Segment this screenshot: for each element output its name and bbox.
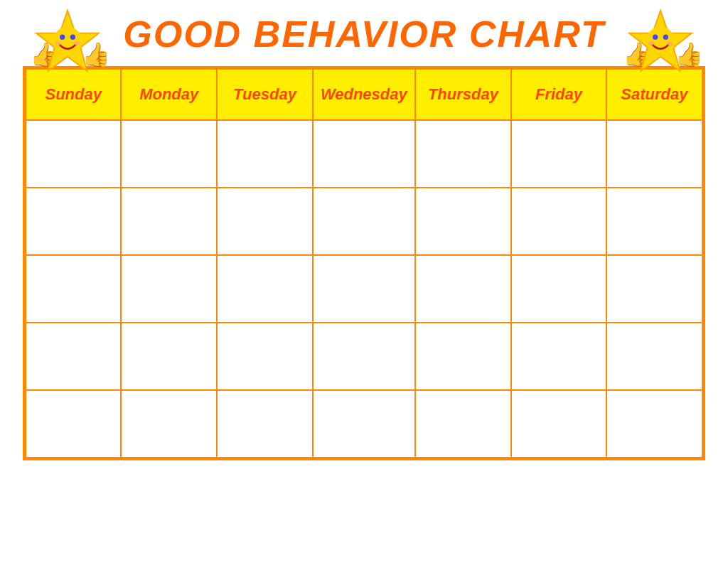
header-wednesday: Wednesday [313, 69, 415, 120]
header-tuesday: Tuesday [217, 69, 313, 120]
table-cell[interactable] [511, 188, 606, 255]
table-cell[interactable] [313, 188, 415, 255]
table-cell[interactable] [511, 255, 606, 323]
table-cell[interactable] [26, 255, 121, 323]
behavior-chart: Sunday Monday Tuesday Wednesday Thursday… [23, 66, 705, 460]
table-cell[interactable] [121, 120, 217, 188]
table-cell[interactable] [313, 390, 415, 458]
header-thursday: Thursday [415, 69, 511, 120]
table-cell[interactable] [217, 188, 313, 255]
table-row [26, 323, 702, 390]
table-cell[interactable] [313, 255, 415, 323]
header-monday: Monday [121, 69, 217, 120]
table-cell[interactable] [313, 120, 415, 188]
chart-body [26, 120, 702, 458]
table-cell[interactable] [606, 390, 702, 458]
page-header: 👍 👍 GOOD BEHAVIOR CHART 👍 [0, 0, 728, 63]
table-cell[interactable] [217, 255, 313, 323]
svg-point-14 [666, 42, 673, 45]
table-cell[interactable] [217, 390, 313, 458]
table-cell[interactable] [313, 323, 415, 390]
table-cell[interactable] [217, 323, 313, 390]
star-icon-right: 👍 👍 [621, 7, 700, 85]
table-cell[interactable] [606, 120, 702, 188]
table-cell[interactable] [606, 188, 702, 255]
svg-point-11 [653, 35, 658, 40]
table-cell[interactable] [121, 390, 217, 458]
svg-point-13 [648, 42, 655, 45]
star-icon-left: 👍 👍 [28, 7, 107, 85]
table-cell[interactable] [415, 323, 511, 390]
header-friday: Friday [511, 69, 606, 120]
table-cell[interactable] [26, 390, 121, 458]
table-cell[interactable] [415, 255, 511, 323]
svg-text:👍: 👍 [82, 40, 107, 69]
svg-point-10 [646, 27, 675, 55]
table-row [26, 188, 702, 255]
table-cell[interactable] [26, 323, 121, 390]
chart-table: Sunday Monday Tuesday Wednesday Thursday… [25, 68, 703, 458]
table-cell[interactable] [606, 255, 702, 323]
svg-point-12 [663, 35, 668, 40]
page-title: GOOD BEHAVIOR CHART [123, 13, 604, 55]
table-cell[interactable] [415, 188, 511, 255]
table-cell[interactable] [415, 390, 511, 458]
table-cell[interactable] [26, 188, 121, 255]
table-cell[interactable] [511, 323, 606, 390]
table-cell[interactable] [511, 120, 606, 188]
table-cell[interactable] [511, 390, 606, 458]
table-row [26, 255, 702, 323]
table-cell[interactable] [121, 188, 217, 255]
svg-point-4 [70, 35, 75, 40]
svg-point-6 [73, 42, 80, 45]
table-row [26, 390, 702, 458]
table-row [26, 120, 702, 188]
table-cell[interactable] [217, 120, 313, 188]
svg-point-3 [60, 35, 65, 40]
table-cell[interactable] [121, 323, 217, 390]
svg-text:👍: 👍 [675, 40, 700, 69]
table-cell[interactable] [415, 120, 511, 188]
svg-point-2 [53, 27, 82, 55]
svg-point-5 [55, 42, 62, 45]
table-cell[interactable] [606, 323, 702, 390]
table-cell[interactable] [121, 255, 217, 323]
days-header-row: Sunday Monday Tuesday Wednesday Thursday… [26, 69, 702, 120]
table-cell[interactable] [26, 120, 121, 188]
